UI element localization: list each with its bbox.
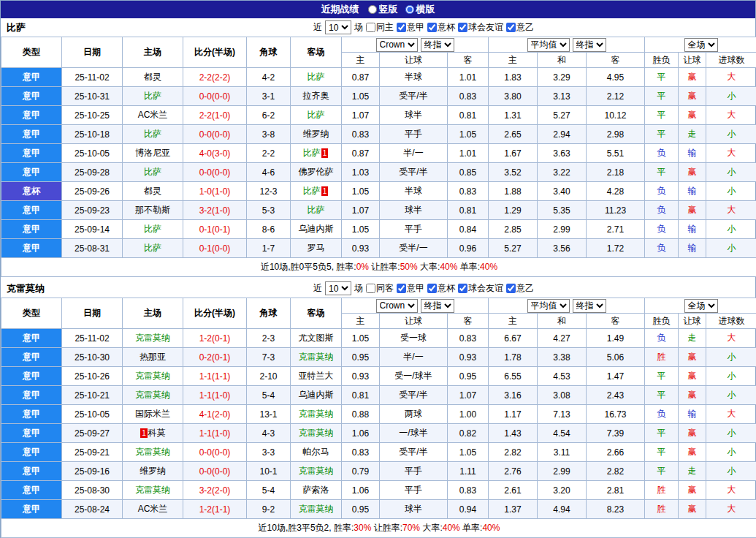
home-team-cell: 博洛尼亚 — [123, 144, 183, 163]
goals-result-cell: 大 — [706, 68, 756, 87]
full-match-select[interactable]: 全场 — [684, 299, 718, 313]
col-header-home: 主场 — [123, 298, 183, 329]
league-checkbox-0[interactable] — [397, 284, 406, 293]
team-text: 佛罗伦萨 — [299, 167, 334, 177]
league-checkbox-1[interactable] — [427, 23, 437, 32]
league-filter-1[interactable]: 意杯 — [427, 282, 455, 295]
final-odds-select[interactable]: 终指 — [573, 299, 606, 313]
odds-cell-handicap-line: 受平/半 — [380, 443, 448, 462]
score-cell: 2-2(1-0) — [183, 106, 247, 125]
odds-cell-away-odds: 0.83 — [448, 182, 489, 201]
league-checkbox-3[interactable] — [506, 23, 516, 32]
match-row: 意甲25-10-05博洛尼亚4-0(3-0)2-2比萨10.87半/一1.011… — [1, 144, 756, 163]
odds-cell-avg-home: 3.80 — [489, 87, 538, 106]
odds-cell-avg-draw: 7.13 — [538, 405, 587, 424]
league-checkbox-2[interactable] — [458, 23, 467, 32]
league-checkbox-1[interactable] — [427, 284, 437, 293]
summary-segment: 让胜率: — [371, 523, 402, 533]
date-cell: 25-11-02 — [62, 68, 123, 87]
odds-cell-avg-draw: 3.22 — [538, 163, 587, 182]
layout-radio[interactable] — [368, 5, 377, 14]
match-row: 意甲25-09-14比萨0-1(0-1)8-6乌迪内斯1.05平手0.842.8… — [1, 220, 756, 239]
odds-cell-away-odds: 1.00 — [448, 405, 489, 424]
score-cell: 0-2(0-1) — [183, 348, 247, 367]
league-filter-1[interactable]: 意杯 — [427, 21, 455, 34]
match-row: 意甲25-09-21克雷莫纳0-0(0-0)3-3帕尔马0.83受平/半1.05… — [1, 443, 756, 462]
near-label: 近 — [313, 282, 322, 295]
final-odds-select[interactable]: 终指 — [421, 299, 454, 313]
odds-cell-handicap-line: 半/一 — [380, 348, 448, 367]
date-cell: 25-08-24 — [62, 500, 123, 519]
red-card-badge: 1 — [321, 186, 329, 196]
odds-cell-avg-draw: 3.56 — [538, 239, 587, 258]
league-cell: 意甲 — [1, 386, 62, 405]
layout-option-0[interactable]: 竖版 — [368, 3, 398, 16]
league-filter-0[interactable]: 意甲 — [397, 21, 424, 34]
layout-option-1[interactable]: 横版 — [405, 3, 435, 16]
league-checkbox-2[interactable] — [458, 284, 467, 293]
average-odds-select[interactable]: 平均值 — [527, 38, 570, 52]
match-row: 意甲25-10-21克雷莫纳1-1(1-0)5-4乌迪内斯0.81受平/半1.0… — [1, 386, 756, 405]
odds-cell-home-odds: 0.88 — [342, 405, 380, 424]
match-count-select[interactable]: 10 — [325, 281, 351, 295]
odds-cell-avg-draw: 3.40 — [538, 182, 587, 201]
result-cell: 负 — [645, 220, 679, 239]
goals-result-cell: 小 — [706, 424, 756, 443]
same-venue-filter[interactable]: 同主 — [366, 21, 394, 34]
odds-cell-home-odds: 0.95 — [342, 500, 380, 519]
league-checkbox-0[interactable] — [397, 23, 406, 32]
col-header-score: 比分(半场) — [183, 37, 247, 68]
league-filters: 意甲意杯球会友谊意乙 — [397, 282, 534, 295]
odds-cell-avg-home: 1.29 — [489, 201, 538, 220]
away-team-cell: 亚特兰大 — [291, 367, 342, 386]
col-header-corners: 角球 — [247, 37, 291, 68]
score-cell: 3-2(1-0) — [183, 201, 247, 220]
odds-cell-home-odds: 0.93 — [342, 239, 380, 258]
odds-cell-avg-home: 3.52 — [489, 163, 538, 182]
odds-source-select[interactable]: Crown — [376, 38, 418, 52]
away-team-cell: 乌迪内斯 — [291, 386, 342, 405]
odds-cell-handicap-line: 平手 — [380, 220, 448, 239]
full-match-select[interactable]: 全场 — [684, 38, 718, 52]
odds-cell-avg-home: 6.67 — [489, 329, 538, 348]
summary-segment: 近10场,胜3平5负2, 胜率: — [259, 523, 354, 533]
score-cell: 0-0(0-0) — [183, 87, 247, 106]
odds-cell-home-odds: 0.83 — [342, 443, 380, 462]
layout-radio[interactable] — [405, 5, 414, 14]
final-odds-select[interactable]: 终指 — [573, 38, 606, 52]
league-filter-label: 意杯 — [438, 21, 455, 34]
score-cell: 4-1(2-0) — [183, 405, 247, 424]
same-venue-checkbox[interactable] — [366, 284, 375, 293]
team-text: 克雷莫纳 — [299, 409, 334, 419]
summary-segment: 40% — [482, 523, 500, 533]
league-filter-2[interactable]: 球会友谊 — [458, 282, 503, 295]
league-filter-0[interactable]: 意甲 — [397, 282, 424, 295]
odds-source-select[interactable]: Crown — [376, 299, 418, 313]
team-text: 尤文图斯 — [299, 333, 334, 343]
sub-header-avg-away: 客 — [587, 314, 645, 329]
team-text: 维罗纳 — [303, 129, 329, 139]
odds-cell-away-odds: 0.84 — [448, 220, 489, 239]
result-cell: 平 — [645, 68, 679, 87]
final-odds-select[interactable]: 终指 — [421, 38, 454, 52]
goals-result-cell: 大 — [706, 405, 756, 424]
away-team-cell: 尤文图斯 — [291, 329, 342, 348]
goals-result-cell: 大 — [706, 201, 756, 220]
match-count-select[interactable]: 10 — [325, 20, 351, 34]
league-filter-2[interactable]: 球会友谊 — [458, 21, 503, 34]
match-row: 意甲25-08-24AC米兰1-2(1-1)9-2克雷莫纳0.95球半0.941… — [1, 500, 756, 519]
league-filter-3[interactable]: 意乙 — [506, 282, 534, 295]
corners-cell: 2-2 — [247, 144, 291, 163]
odds-cell-avg-draw: 4.27 — [538, 329, 587, 348]
goals-result-cell: 小 — [706, 163, 756, 182]
average-odds-select[interactable]: 平均值 — [527, 299, 570, 313]
corners-cell: 8-6 — [247, 220, 291, 239]
league-cell: 意甲 — [1, 348, 62, 367]
match-row: 意甲25-10-25AC米兰2-2(1-0)6-2比萨1.07球半0.811.3… — [1, 106, 756, 125]
same-venue-filter[interactable]: 同客 — [366, 282, 394, 295]
league-checkbox-3[interactable] — [506, 284, 516, 293]
league-filter-3[interactable]: 意乙 — [506, 21, 534, 34]
team-text: 比萨 — [144, 129, 161, 139]
same-venue-checkbox[interactable] — [366, 23, 375, 32]
odds-cell-handicap-line: 平手 — [380, 462, 448, 481]
